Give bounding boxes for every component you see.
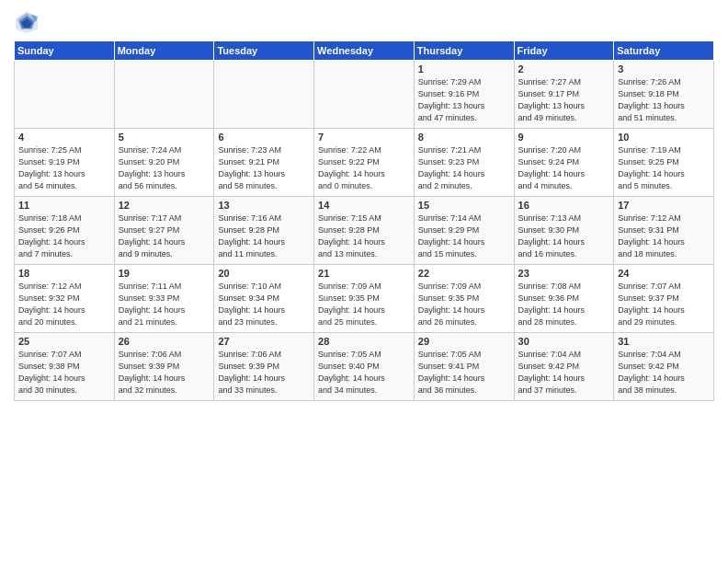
calendar-cell: 28Sunrise: 7:05 AM Sunset: 9:40 PM Dayli… <box>314 333 415 401</box>
day-number: 12 <box>119 200 210 211</box>
calendar-cell: 21Sunrise: 7:09 AM Sunset: 9:35 PM Dayli… <box>314 265 415 333</box>
day-number: 27 <box>218 336 310 347</box>
day-number: 13 <box>218 200 310 211</box>
day-number: 4 <box>18 132 110 143</box>
day-info: Sunrise: 7:20 AM Sunset: 9:24 PM Dayligh… <box>518 144 610 192</box>
calendar-cell: 9Sunrise: 7:20 AM Sunset: 9:24 PM Daylig… <box>514 129 614 197</box>
day-number: 28 <box>318 336 410 347</box>
day-info: Sunrise: 7:11 AM Sunset: 9:33 PM Dayligh… <box>119 281 210 328</box>
calendar-cell: 25Sunrise: 7:07 AM Sunset: 9:38 PM Dayli… <box>15 333 115 401</box>
day-number: 19 <box>119 268 210 279</box>
calendar-cell: 17Sunrise: 7:12 AM Sunset: 9:31 PM Dayli… <box>614 197 714 265</box>
col-header-sunday: Sunday <box>15 41 115 61</box>
calendar-cell: 31Sunrise: 7:04 AM Sunset: 9:42 PM Dayli… <box>614 333 714 401</box>
calendar-cell: 16Sunrise: 7:13 AM Sunset: 9:30 PM Dayli… <box>514 197 614 265</box>
day-info: Sunrise: 7:27 AM Sunset: 9:17 PM Dayligh… <box>518 76 610 124</box>
day-number: 5 <box>119 132 210 143</box>
calendar-cell: 5Sunrise: 7:24 AM Sunset: 9:20 PM Daylig… <box>114 129 214 197</box>
day-info: Sunrise: 7:26 AM Sunset: 9:18 PM Dayligh… <box>618 76 710 124</box>
logo <box>14 9 43 35</box>
day-info: Sunrise: 7:06 AM Sunset: 9:39 PM Dayligh… <box>218 349 310 396</box>
calendar-cell: 13Sunrise: 7:16 AM Sunset: 9:28 PM Dayli… <box>214 197 314 265</box>
calendar-table: SundayMondayTuesdayWednesdayThursdayFrid… <box>14 40 714 401</box>
day-number: 6 <box>218 132 310 143</box>
day-info: Sunrise: 7:04 AM Sunset: 9:42 PM Dayligh… <box>618 349 710 396</box>
col-header-thursday: Thursday <box>414 41 514 61</box>
day-number: 29 <box>418 336 510 347</box>
day-info: Sunrise: 7:08 AM Sunset: 9:36 PM Dayligh… <box>518 281 610 328</box>
day-info: Sunrise: 7:24 AM Sunset: 9:20 PM Dayligh… <box>119 144 210 192</box>
calendar-cell: 22Sunrise: 7:09 AM Sunset: 9:35 PM Dayli… <box>414 265 514 333</box>
calendar-cell: 2Sunrise: 7:27 AM Sunset: 9:17 PM Daylig… <box>514 61 614 129</box>
day-number: 20 <box>218 268 310 279</box>
day-info: Sunrise: 7:17 AM Sunset: 9:27 PM Dayligh… <box>119 213 210 260</box>
day-info: Sunrise: 7:29 AM Sunset: 9:16 PM Dayligh… <box>418 76 510 124</box>
day-number: 14 <box>318 200 410 211</box>
col-header-wednesday: Wednesday <box>314 41 415 61</box>
calendar-cell: 23Sunrise: 7:08 AM Sunset: 9:36 PM Dayli… <box>514 265 614 333</box>
calendar-cell: 8Sunrise: 7:21 AM Sunset: 9:23 PM Daylig… <box>414 129 514 197</box>
week-row-3: 11Sunrise: 7:18 AM Sunset: 9:26 PM Dayli… <box>15 197 714 265</box>
day-info: Sunrise: 7:07 AM Sunset: 9:37 PM Dayligh… <box>618 281 710 328</box>
day-info: Sunrise: 7:23 AM Sunset: 9:21 PM Dayligh… <box>218 144 310 192</box>
day-info: Sunrise: 7:22 AM Sunset: 9:22 PM Dayligh… <box>318 144 410 192</box>
day-number: 2 <box>518 63 610 75</box>
day-info: Sunrise: 7:16 AM Sunset: 9:28 PM Dayligh… <box>218 213 310 260</box>
day-info: Sunrise: 7:07 AM Sunset: 9:38 PM Dayligh… <box>18 349 110 396</box>
header <box>14 9 714 35</box>
day-number: 22 <box>418 268 510 279</box>
header-row: SundayMondayTuesdayWednesdayThursdayFrid… <box>15 41 714 61</box>
calendar-cell <box>214 61 314 129</box>
calendar-cell: 11Sunrise: 7:18 AM Sunset: 9:26 PM Dayli… <box>15 197 115 265</box>
week-row-4: 18Sunrise: 7:12 AM Sunset: 9:32 PM Dayli… <box>15 265 714 333</box>
day-number: 31 <box>618 336 710 347</box>
day-info: Sunrise: 7:12 AM Sunset: 9:31 PM Dayligh… <box>618 213 710 260</box>
col-header-friday: Friday <box>514 41 614 61</box>
day-info: Sunrise: 7:18 AM Sunset: 9:26 PM Dayligh… <box>18 213 110 260</box>
day-number: 15 <box>418 200 510 211</box>
calendar-cell: 24Sunrise: 7:07 AM Sunset: 9:37 PM Dayli… <box>614 265 714 333</box>
calendar-cell: 7Sunrise: 7:22 AM Sunset: 9:22 PM Daylig… <box>314 129 415 197</box>
day-number: 30 <box>518 336 610 347</box>
day-number: 16 <box>518 200 610 211</box>
calendar-cell: 18Sunrise: 7:12 AM Sunset: 9:32 PM Dayli… <box>15 265 115 333</box>
day-number: 9 <box>518 132 610 143</box>
calendar-cell: 27Sunrise: 7:06 AM Sunset: 9:39 PM Dayli… <box>214 333 314 401</box>
day-info: Sunrise: 7:06 AM Sunset: 9:39 PM Dayligh… <box>119 349 210 396</box>
day-number: 3 <box>618 63 710 75</box>
calendar-page: SundayMondayTuesdayWednesdayThursdayFrid… <box>0 0 728 563</box>
calendar-cell: 6Sunrise: 7:23 AM Sunset: 9:21 PM Daylig… <box>214 129 314 197</box>
day-number: 26 <box>119 336 210 347</box>
calendar-cell <box>314 61 415 129</box>
day-info: Sunrise: 7:05 AM Sunset: 9:40 PM Dayligh… <box>318 349 410 396</box>
calendar-cell <box>15 61 115 129</box>
calendar-cell: 19Sunrise: 7:11 AM Sunset: 9:33 PM Dayli… <box>114 265 214 333</box>
day-number: 21 <box>318 268 410 279</box>
calendar-cell: 10Sunrise: 7:19 AM Sunset: 9:25 PM Dayli… <box>614 129 714 197</box>
calendar-cell: 12Sunrise: 7:17 AM Sunset: 9:27 PM Dayli… <box>114 197 214 265</box>
day-info: Sunrise: 7:12 AM Sunset: 9:32 PM Dayligh… <box>18 281 110 328</box>
logo-icon <box>14 9 40 35</box>
day-number: 7 <box>318 132 410 143</box>
calendar-cell: 3Sunrise: 7:26 AM Sunset: 9:18 PM Daylig… <box>614 61 714 129</box>
col-header-monday: Monday <box>114 41 214 61</box>
week-row-5: 25Sunrise: 7:07 AM Sunset: 9:38 PM Dayli… <box>15 333 714 401</box>
day-info: Sunrise: 7:09 AM Sunset: 9:35 PM Dayligh… <box>318 281 410 328</box>
day-info: Sunrise: 7:09 AM Sunset: 9:35 PM Dayligh… <box>418 281 510 328</box>
day-info: Sunrise: 7:25 AM Sunset: 9:19 PM Dayligh… <box>18 144 110 192</box>
calendar-cell: 20Sunrise: 7:10 AM Sunset: 9:34 PM Dayli… <box>214 265 314 333</box>
day-info: Sunrise: 7:19 AM Sunset: 9:25 PM Dayligh… <box>618 144 710 192</box>
day-info: Sunrise: 7:05 AM Sunset: 9:41 PM Dayligh… <box>418 349 510 396</box>
day-number: 18 <box>18 268 110 279</box>
calendar-cell: 15Sunrise: 7:14 AM Sunset: 9:29 PM Dayli… <box>414 197 514 265</box>
day-number: 10 <box>618 132 710 143</box>
col-header-saturday: Saturday <box>614 41 714 61</box>
calendar-cell <box>114 61 214 129</box>
day-info: Sunrise: 7:14 AM Sunset: 9:29 PM Dayligh… <box>418 213 510 260</box>
calendar-cell: 30Sunrise: 7:04 AM Sunset: 9:42 PM Dayli… <box>514 333 614 401</box>
day-number: 11 <box>18 200 110 211</box>
day-number: 24 <box>618 268 710 279</box>
week-row-2: 4Sunrise: 7:25 AM Sunset: 9:19 PM Daylig… <box>15 129 714 197</box>
day-number: 1 <box>418 63 510 75</box>
calendar-cell: 14Sunrise: 7:15 AM Sunset: 9:28 PM Dayli… <box>314 197 415 265</box>
